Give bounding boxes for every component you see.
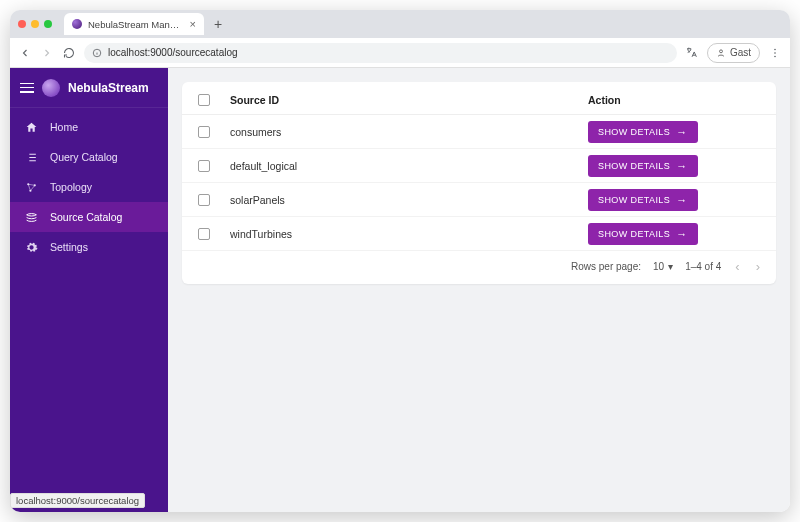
app-root: NebulaStream Home Query Catalog Topology	[10, 68, 790, 512]
topology-icon	[24, 180, 38, 194]
url-text: localhost:9000/sourcecatalog	[108, 47, 238, 58]
sidebar-item-label: Query Catalog	[50, 151, 118, 163]
sidebar-item-home[interactable]: Home	[10, 112, 168, 142]
nav-forward-icon[interactable]	[40, 46, 54, 60]
home-icon	[24, 120, 38, 134]
app-logo	[42, 79, 60, 97]
cell-source-id: solarPanels	[230, 194, 588, 206]
sidebar-item-topology[interactable]: Topology	[10, 172, 168, 202]
svg-point-1	[719, 49, 722, 52]
menu-toggle-icon[interactable]	[20, 83, 34, 93]
browser-toolbar: localhost:9000/sourcecatalog Gast	[10, 38, 790, 68]
svg-point-2	[774, 48, 776, 50]
arrow-right-icon: →	[676, 194, 687, 206]
cell-source-id: consumers	[230, 126, 588, 138]
browser-tab-strip: NebulaStream Management × +	[10, 10, 790, 38]
table-header: Source ID Action	[182, 88, 776, 115]
table-row: solarPanels SHOW DETAILS→	[182, 183, 776, 217]
translate-icon[interactable]	[685, 46, 699, 60]
col-source-id: Source ID	[230, 94, 588, 106]
rows-per-page-select[interactable]: 10 ▾	[653, 261, 673, 272]
chevron-down-icon: ▾	[668, 261, 673, 272]
minimize-window-icon[interactable]	[31, 20, 39, 28]
svg-point-4	[774, 55, 776, 57]
table-pagination: Rows per page: 10 ▾ 1–4 of 4 ‹ ›	[182, 251, 776, 284]
cell-source-id: default_logical	[230, 160, 588, 172]
rows-per-page-label: Rows per page:	[571, 261, 641, 272]
app-header: NebulaStream	[10, 68, 168, 108]
button-label: SHOW DETAILS	[598, 229, 670, 239]
row-checkbox[interactable]	[198, 126, 210, 138]
button-label: SHOW DETAILS	[598, 161, 670, 171]
table-row: windTurbines SHOW DETAILS→	[182, 217, 776, 251]
pagination-prev-icon[interactable]: ‹	[733, 259, 741, 274]
table-row: consumers SHOW DETAILS→	[182, 115, 776, 149]
profile-label: Gast	[730, 47, 751, 58]
main-content: Source ID Action consumers SHOW DETAILS→…	[168, 68, 790, 512]
arrow-right-icon: →	[676, 228, 687, 240]
kebab-menu-icon[interactable]	[768, 46, 782, 60]
row-checkbox[interactable]	[198, 194, 210, 206]
tab-favicon	[72, 19, 82, 29]
sidebar-item-query-catalog[interactable]: Query Catalog	[10, 142, 168, 172]
browser-window: NebulaStream Management × + localhost:90…	[10, 10, 790, 512]
arrow-right-icon: →	[676, 160, 687, 172]
button-label: SHOW DETAILS	[598, 127, 670, 137]
nav-back-icon[interactable]	[18, 46, 32, 60]
list-icon	[24, 150, 38, 164]
row-checkbox[interactable]	[198, 228, 210, 240]
arrow-right-icon: →	[676, 126, 687, 138]
close-window-icon[interactable]	[18, 20, 26, 28]
show-details-button[interactable]: SHOW DETAILS→	[588, 189, 698, 211]
row-checkbox[interactable]	[198, 160, 210, 172]
show-details-button[interactable]: SHOW DETAILS→	[588, 223, 698, 245]
pagination-range: 1–4 of 4	[685, 261, 721, 272]
browser-status-bar: localhost:9000/sourcecatalog	[10, 493, 145, 508]
source-table-card: Source ID Action consumers SHOW DETAILS→…	[182, 82, 776, 284]
sidebar-item-label: Source Catalog	[50, 211, 122, 223]
show-details-button[interactable]: SHOW DETAILS→	[588, 121, 698, 143]
col-action: Action	[588, 94, 768, 106]
window-controls[interactable]	[18, 20, 52, 28]
new-tab-button[interactable]: +	[210, 16, 226, 32]
select-all-checkbox[interactable]	[198, 94, 210, 106]
reload-icon[interactable]	[62, 46, 76, 60]
table-row: default_logical SHOW DETAILS→	[182, 149, 776, 183]
address-bar[interactable]: localhost:9000/sourcecatalog	[84, 43, 677, 63]
button-label: SHOW DETAILS	[598, 195, 670, 205]
pagination-next-icon[interactable]: ›	[754, 259, 762, 274]
sidebar: NebulaStream Home Query Catalog Topology	[10, 68, 168, 512]
sidebar-nav: Home Query Catalog Topology Source Catal…	[10, 108, 168, 262]
site-info-icon[interactable]	[92, 48, 102, 58]
app-title: NebulaStream	[68, 81, 149, 95]
sidebar-item-label: Settings	[50, 241, 88, 253]
sidebar-item-label: Home	[50, 121, 78, 133]
svg-point-3	[774, 52, 776, 54]
show-details-button[interactable]: SHOW DETAILS→	[588, 155, 698, 177]
sidebar-item-settings[interactable]: Settings	[10, 232, 168, 262]
status-url: localhost:9000/sourcecatalog	[16, 495, 139, 506]
sidebar-item-source-catalog[interactable]: Source Catalog	[10, 202, 168, 232]
gear-icon	[24, 240, 38, 254]
rows-per-page-value: 10	[653, 261, 664, 272]
sidebar-item-label: Topology	[50, 181, 92, 193]
cell-source-id: windTurbines	[230, 228, 588, 240]
tab-close-icon[interactable]: ×	[190, 18, 196, 30]
profile-button[interactable]: Gast	[707, 43, 760, 63]
maximize-window-icon[interactable]	[44, 20, 52, 28]
layers-icon	[24, 210, 38, 224]
browser-tab[interactable]: NebulaStream Management ×	[64, 13, 204, 35]
tab-title: NebulaStream Management	[88, 19, 184, 30]
